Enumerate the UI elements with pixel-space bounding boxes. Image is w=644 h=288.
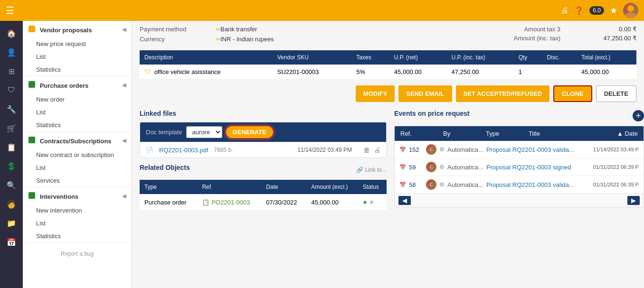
- linked-files-header: Doc template aurore GENERATE: [140, 122, 386, 142]
- shield-icon[interactable]: 🛡: [2, 82, 21, 99]
- events-nav: ◀ ▶: [395, 194, 644, 207]
- row-taxes: 5%: [351, 65, 389, 80]
- report-bug-link[interactable]: Report a bug: [23, 243, 132, 265]
- payment-method-row: Payment method ✏ Bank transfer: [140, 26, 484, 33]
- col-up-inc-tax: U.P. (inc. tax): [446, 50, 513, 65]
- chevron-icon-cs: ◀: [122, 138, 126, 144]
- payment-method-edit-icon[interactable]: ✏: [216, 26, 220, 33]
- doc-template-label: Doc template: [146, 129, 182, 136]
- event-title-1[interactable]: Proposal RQ2201-0003 signed: [486, 164, 574, 171]
- currency-value: INR - Indian rupees: [220, 36, 274, 43]
- sidebar-item-new-intervention[interactable]: New intervention: [23, 204, 132, 217]
- icon-bar: 🏠 👤 ⊞ 🛡 🔧 🛒 📋 💲 🔍 🧑 📁 📅: [0, 21, 23, 288]
- tools-icon[interactable]: 🔧: [2, 101, 21, 118]
- user-icon[interactable]: 👤: [2, 44, 21, 61]
- sidebar-item-vendor-list[interactable]: List: [23, 50, 132, 63]
- status-x-icon[interactable]: ✕: [369, 199, 374, 206]
- clone-button[interactable]: CLONE: [553, 85, 592, 102]
- events-prev-button[interactable]: ◀: [398, 196, 411, 205]
- file-icon: 📄: [146, 147, 153, 154]
- main-content: Payment method ✏ Bank transfer Currency …: [132, 21, 644, 288]
- event-title-2[interactable]: Proposal RQ2201-0003 valida...: [486, 181, 574, 188]
- event-title-0[interactable]: Proposal RQ2201-0003 valida...: [486, 146, 574, 153]
- calendar-icon[interactable]: 📅: [2, 233, 21, 251]
- generate-button[interactable]: GENERATE: [226, 126, 273, 138]
- sidebar-item-new-order[interactable]: New order: [23, 93, 132, 106]
- dollar-icon[interactable]: 💲: [2, 158, 21, 175]
- doc-template-select[interactable]: aurore: [186, 126, 222, 138]
- amount-tax3-row: Amount tax 3 0.00 ₹: [494, 26, 636, 33]
- send-email-button[interactable]: SEND EMAIL: [398, 85, 452, 102]
- related-col-amount: Amount (excl.): [306, 180, 358, 194]
- related-row-ref: 📋 PO2201-0003: [197, 194, 261, 211]
- file-link[interactable]: RQ2201-0003.pdf: [159, 147, 208, 154]
- sidebar-section-purchase-orders: Purchase orders ◀ New order List Statist…: [23, 76, 132, 132]
- sidebar-item-services[interactable]: Services: [23, 174, 132, 187]
- table-row: 🛡 office vehicle asisstance SU2201-00003…: [140, 65, 636, 80]
- action-buttons: MODIFY SEND EMAIL SET ACCEPTED/REFUSED C…: [140, 85, 636, 102]
- sidebar-item-new-price-request[interactable]: New price request: [23, 37, 132, 50]
- events-col-type: Type: [486, 130, 527, 137]
- print-icon[interactable]: 🖨: [561, 6, 568, 15]
- event-avatar-2: C: [426, 179, 436, 190]
- sidebar-item-po-statistics[interactable]: Statistics: [23, 119, 132, 131]
- delete-file-icon[interactable]: 🗑: [363, 146, 370, 154]
- sidebar-item-vendor-statistics[interactable]: Statistics: [23, 63, 132, 76]
- sidebar-item-interventions-list[interactable]: List: [23, 217, 132, 230]
- print-file-icon[interactable]: 🖨: [374, 146, 380, 154]
- layers-icon[interactable]: 📋: [2, 139, 21, 156]
- set-accepted-button[interactable]: SET ACCEPTED/REFUSED: [456, 85, 550, 102]
- help-icon[interactable]: ❓: [574, 6, 584, 15]
- grid-icon[interactable]: ⊞: [2, 63, 21, 80]
- events-col-by: By: [443, 130, 484, 137]
- sidebar-header-purchase-orders[interactable]: Purchase orders ◀: [23, 76, 132, 93]
- avatar[interactable]: [623, 3, 638, 18]
- col-disc: Disc.: [542, 50, 577, 65]
- events-panel: Ref. By Type Title ▲ Date 📅 152 C ⚙: [394, 126, 644, 207]
- sidebar-vendor-proposals-title: Vendor proposals: [40, 27, 92, 34]
- modify-button[interactable]: MODIFY: [356, 85, 395, 102]
- add-event-button[interactable]: +: [633, 110, 644, 121]
- sidebar-item-po-list[interactable]: List: [23, 106, 132, 119]
- folder-icon[interactable]: 📁: [2, 214, 21, 232]
- events-section-header: Events on price request +: [394, 110, 644, 122]
- related-row-date: 07/30/2022: [261, 194, 306, 211]
- events-col-ref: Ref.: [400, 130, 441, 137]
- purchase-ref-link[interactable]: 📋 PO2201-0003: [202, 199, 256, 206]
- events-col-title: Title: [529, 130, 569, 137]
- favorite-icon[interactable]: ★: [610, 5, 617, 16]
- link-to-button[interactable]: 🔗 Link to...: [356, 167, 387, 173]
- col-taxes: Taxes: [351, 50, 389, 65]
- sidebar-section-vendor-proposals: Vendor proposals ◀ New price request Lis…: [23, 21, 132, 76]
- row-vendor-sku: SU2201-00003: [273, 65, 352, 80]
- cart-icon[interactable]: 🛒: [2, 120, 21, 137]
- related-header: Related Objects 🔗 Link to...: [140, 164, 387, 176]
- payment-method-value: Bank transfer: [220, 26, 257, 33]
- event-type-0: Automatica...: [447, 146, 483, 153]
- sidebar-header-vendor-proposals[interactable]: Vendor proposals ◀: [23, 21, 132, 37]
- sidebar-item-interventions-statistics[interactable]: Statistics: [23, 230, 132, 242]
- home-icon[interactable]: 🏠: [2, 25, 21, 42]
- events-col-date[interactable]: ▲ Date: [571, 130, 638, 137]
- event-row-1: 📅 59 C ⚙ Automatica... Proposal RQ2201-0…: [395, 158, 644, 176]
- left-col: Linked files Doc template aurore GENERAT…: [140, 110, 387, 216]
- event-type-icon-2: ⚙: [439, 181, 445, 188]
- hamburger-menu[interactable]: ☰: [6, 5, 14, 16]
- related-col-ref: Ref.: [197, 180, 261, 194]
- purchase-ref-icon: 📋: [202, 199, 209, 206]
- related-row-status: ● ✕: [358, 194, 387, 211]
- sidebar-header-interventions[interactable]: Interventions ◀: [23, 187, 132, 204]
- delete-button[interactable]: DELETE: [596, 85, 636, 102]
- person-icon[interactable]: 🧑: [2, 195, 21, 213]
- event-date-1: 01/31/2022 06:39 P: [577, 164, 639, 170]
- sidebar-header-contracts[interactable]: Contracts/Subscriptions ◀: [23, 132, 132, 149]
- currency-edit-icon[interactable]: ✏: [216, 36, 220, 43]
- events-next-button[interactable]: ▶: [627, 196, 640, 205]
- event-type-1: Automatica...: [447, 164, 483, 171]
- event-type-icon-0: ⚙: [439, 146, 445, 153]
- events-header: Ref. By Type Title ▲ Date: [395, 126, 644, 141]
- amount-inc-tax-label: Amount (inc. tax): [514, 35, 560, 42]
- sidebar-item-contracts-list[interactable]: List: [23, 161, 132, 174]
- sidebar-item-new-contract[interactable]: New contract or subscription: [23, 149, 132, 161]
- search-icon[interactable]: 🔍: [2, 177, 21, 194]
